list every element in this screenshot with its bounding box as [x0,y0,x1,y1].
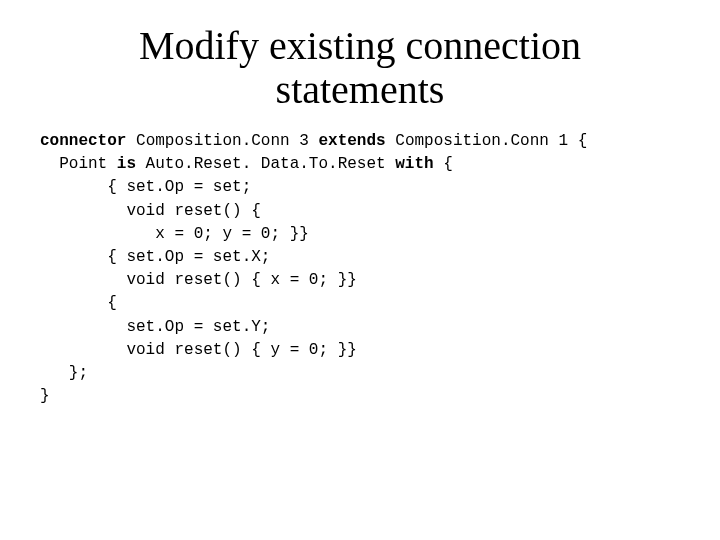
kw-connector: connector [40,132,126,150]
code-line-11: }; [40,364,88,382]
code-line-1: connector Composition.Conn 3 extends Com… [40,132,587,150]
code-line-10: void reset() { y = 0; }} [40,341,357,359]
code-line-2: Point is Auto.Reset. Data.To.Reset with … [40,155,453,173]
code-line-4: void reset() { [40,202,261,220]
code-line-9: set.Op = set.Y; [40,318,270,336]
code-block: connector Composition.Conn 3 extends Com… [40,130,680,408]
code-line-8: { [40,294,117,312]
code-line-5: x = 0; y = 0; }} [40,225,309,243]
code-line-12: } [40,387,50,405]
slide-title: Modify existing connection statements [60,24,660,112]
code-line-3: { set.Op = set; [40,178,251,196]
code-line-7: void reset() { x = 0; }} [40,271,357,289]
kw-with: with [395,155,433,173]
kw-is: is [117,155,136,173]
code-line-6: { set.Op = set.X; [40,248,270,266]
slide: Modify existing connection statements co… [0,0,720,540]
kw-extends: extends [318,132,385,150]
